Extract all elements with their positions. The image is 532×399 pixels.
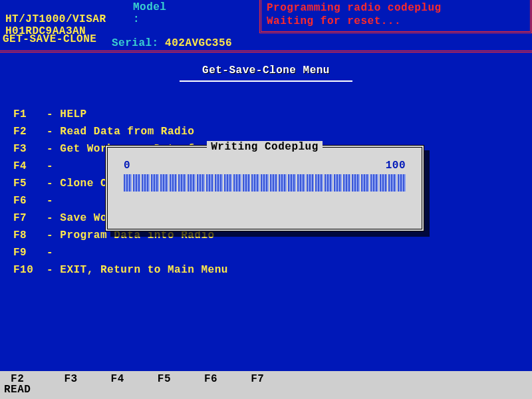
progress-segment bbox=[178, 174, 186, 192]
menu-key: F6 bbox=[13, 192, 40, 209]
progress-segment bbox=[334, 174, 342, 192]
menu-key: F1 bbox=[13, 106, 40, 123]
menu-item-f9[interactable]: F9 - bbox=[13, 244, 519, 261]
progress-segment bbox=[124, 174, 132, 192]
fkey-f2[interactable]: F2READ bbox=[4, 374, 31, 399]
fkey-label: READ bbox=[4, 384, 31, 395]
menu-key: F2 bbox=[13, 123, 40, 140]
status-box: Programming radio codeplug Waiting for r… bbox=[259, 0, 532, 33]
device-line: HT/JT1000/VISAR bbox=[5, 13, 106, 25]
progress-segment bbox=[142, 174, 150, 192]
progress-segment bbox=[279, 174, 287, 192]
fkey-f6[interactable]: F6 bbox=[204, 374, 217, 399]
progress-segment bbox=[388, 174, 396, 192]
menu-item-f10[interactable]: F10 - EXIT, Return to Main Menu bbox=[13, 261, 519, 279]
menu-key: F3 bbox=[13, 140, 40, 158]
fkey-key: F7 bbox=[251, 374, 264, 384]
top-info-bar: HT/JT1000/VISAR Model : H01RDC9AA3AN Ser… bbox=[0, 0, 532, 33]
fkey-f4[interactable]: F4 bbox=[111, 374, 124, 399]
menu-key: F8 bbox=[13, 227, 40, 244]
progress-bar bbox=[124, 174, 406, 192]
progress-segment bbox=[288, 174, 296, 192]
function-key-bar: F2READF3F4F5F6F7 bbox=[0, 371, 532, 399]
progress-segment bbox=[270, 174, 278, 192]
menu-key: F9 bbox=[13, 244, 40, 261]
progress-scale: 0 100 bbox=[124, 160, 406, 172]
progress-segment bbox=[243, 174, 251, 192]
fkey-key: F5 bbox=[158, 374, 171, 384]
progress-segment bbox=[315, 174, 323, 192]
menu-item-f1[interactable]: F1 - HELP bbox=[13, 106, 519, 123]
progress-segment bbox=[160, 174, 168, 192]
fkey-key: F3 bbox=[64, 374, 77, 384]
progress-segment bbox=[188, 174, 196, 192]
progress-segment bbox=[233, 174, 241, 192]
model-label: Model : bbox=[133, 1, 180, 25]
progress-segment bbox=[170, 174, 178, 192]
menu-item-f2[interactable]: F2 - Read Data from Radio bbox=[13, 123, 519, 140]
menu-label: Read Data from Radio bbox=[60, 126, 194, 138]
scale-max: 100 bbox=[386, 160, 406, 172]
progress-segment bbox=[215, 174, 223, 192]
fkey-f5[interactable]: F5 bbox=[158, 374, 171, 399]
progress-segment bbox=[197, 174, 205, 192]
progress-segment bbox=[380, 174, 388, 192]
breadcrumb: GET-SAVE-CLONE bbox=[0, 32, 532, 53]
fkey-key: F4 bbox=[111, 374, 124, 384]
menu-key: F4 bbox=[13, 158, 40, 175]
page-title: Get-Save-Clone Menu bbox=[180, 65, 352, 82]
dialog-title: Writing Codeplug bbox=[207, 141, 323, 153]
progress-segment bbox=[224, 174, 232, 192]
progress-segment bbox=[398, 174, 406, 192]
serial-value: 402AVGC356 bbox=[165, 37, 232, 49]
scale-min: 0 bbox=[124, 160, 130, 172]
progress-segment bbox=[251, 174, 259, 192]
status-line-2: Waiting for reset... bbox=[267, 15, 525, 28]
progress-segment bbox=[352, 174, 360, 192]
progress-segment bbox=[307, 174, 315, 192]
progress-dialog: Writing Codeplug 0 100 bbox=[105, 145, 424, 231]
device-info: HT/JT1000/VISAR Model : H01RDC9AA3AN Ser… bbox=[0, 0, 259, 33]
progress-segment bbox=[370, 174, 378, 192]
progress-segment bbox=[325, 174, 332, 192]
progress-segment bbox=[343, 174, 351, 192]
menu-label: HELP bbox=[60, 108, 86, 120]
fkey-f7[interactable]: F7 bbox=[251, 374, 264, 399]
serial-label: Serial: bbox=[112, 37, 158, 49]
fkey-key: F6 bbox=[204, 374, 217, 384]
progress-segment bbox=[297, 174, 305, 192]
fkey-key: F2 bbox=[4, 374, 31, 384]
fkey-f3[interactable]: F3 bbox=[64, 374, 77, 399]
menu-key: F7 bbox=[13, 209, 40, 227]
status-line-1: Programming radio codeplug bbox=[267, 1, 525, 15]
progress-segment bbox=[151, 174, 159, 192]
menu-key: F10 bbox=[13, 261, 40, 279]
menu-label: EXIT, Return to Main Menu bbox=[60, 264, 228, 276]
progress-segment bbox=[133, 174, 141, 192]
menu-key: F5 bbox=[13, 175, 40, 192]
progress-segment bbox=[261, 174, 269, 192]
progress-segment bbox=[361, 174, 369, 192]
progress-segment bbox=[206, 174, 214, 192]
